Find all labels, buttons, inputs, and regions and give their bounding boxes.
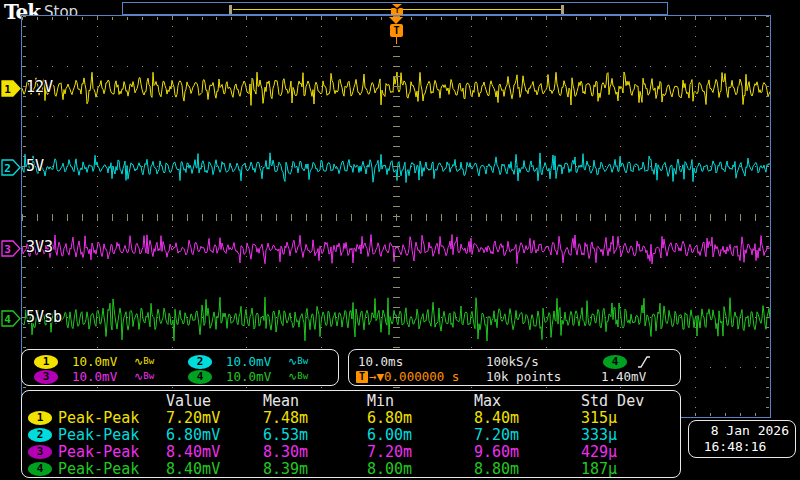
rising-edge-icon (637, 355, 652, 369)
ch3-stddev: 429µ (581, 443, 680, 461)
date-label: 8 Jan 2026 (689, 423, 789, 439)
col-header-max: Max (474, 392, 581, 410)
trigger-t-icon: T (391, 8, 403, 15)
ch4-badge: 4 (28, 462, 52, 476)
table-row-ch2-name: 2Peak-Peak (28, 426, 166, 444)
trigger-level: 1.40mV (601, 369, 646, 384)
bandwidth-limit-icon: Bw (297, 371, 308, 381)
trigger-position-readout[interactable]: T→▼0.000000 s (356, 369, 459, 384)
table-row-ch3-name: 3Peak-Peak (28, 443, 166, 461)
trigger-source[interactable]: 4 (603, 354, 652, 369)
ch4-max: 8.80m (474, 460, 581, 478)
channel-arrow-icon: 3 (1, 240, 21, 257)
ch3-coupling-bw-icons: ∿Bw (134, 370, 154, 383)
ch2-coupling-bw-icons: ∿Bw (288, 355, 308, 368)
ch2-mean: 6.53m (263, 426, 367, 444)
acquisition-preview-bar: T (122, 2, 668, 15)
bandwidth-limit-icon: Bw (143, 371, 154, 381)
ch1-scale: 10.0mV (72, 354, 128, 369)
ch3-readout[interactable]: 3 10.0mV ∿Bw (34, 369, 154, 384)
oscilloscope-screen: Tek Stop T 12V5V3V35Vsb T 1 10.0mV ∿Bw 2… (0, 0, 800, 480)
trigger-arrow-icon (389, 17, 403, 24)
ch3-max: 9.60m (474, 443, 581, 461)
ac-coupling-icon: ∿ (134, 355, 143, 368)
ac-coupling-icon: ∿ (288, 355, 297, 368)
ac-coupling-icon: ∿ (288, 370, 297, 383)
ch4-coupling-bw-icons: ∿Bw (288, 370, 308, 383)
svg-text:1: 1 (4, 82, 11, 95)
window-bracket-left[interactable] (229, 5, 232, 14)
window-bracket-right[interactable] (561, 5, 564, 14)
channel-arrow-icon: 2 (1, 159, 21, 176)
ch1-badge: 1 (28, 411, 52, 425)
col-header-mean: Mean (263, 392, 367, 410)
ch4-readout[interactable]: 4 10.0mV ∿Bw (188, 369, 308, 384)
ch2-signal-label: 5V (26, 157, 44, 175)
trigger-t-icon: T (356, 371, 368, 383)
table-row-ch4-name: 4Peak-Peak (28, 460, 166, 478)
ch2-position-marker[interactable]: 2 (1, 159, 21, 176)
ch1-readout[interactable]: 1 10.0mV ∿Bw (34, 354, 154, 369)
ch3-value: 8.40mV (166, 443, 263, 461)
col-header-min: Min (367, 392, 474, 410)
col-header-value: Value (166, 392, 263, 410)
ch4-value: 8.40mV (166, 460, 263, 478)
ch2-min: 6.00m (367, 426, 474, 444)
ch4-signal-label: 5Vsb (26, 308, 62, 326)
trigger-t-icon: T (390, 24, 403, 37)
ch4-position-marker[interactable]: 4 (1, 310, 21, 327)
ch2-value: 6.80mV (166, 426, 263, 444)
trigger-position-value: 0.000000 s (384, 369, 459, 384)
ch1-badge[interactable]: 1 (34, 355, 58, 369)
svg-text:2: 2 (4, 161, 11, 174)
col-header-stddev: Std Dev (581, 392, 680, 410)
ch2-badge: 2 (28, 428, 52, 442)
ch3-badge[interactable]: 3 (34, 370, 58, 384)
svg-text:3: 3 (4, 243, 11, 256)
horizontal-scale: 10.0ms (358, 354, 403, 369)
time-label: 16:48:16 (689, 439, 789, 455)
ch3-badge: 3 (28, 445, 52, 459)
ch3-signal-label: 3V3 (26, 238, 53, 256)
ch4-stddev: 187µ (581, 460, 680, 478)
svg-text:4: 4 (4, 313, 11, 326)
edge-ticks-right (766, 16, 769, 417)
trigger-source-badge[interactable]: 4 (603, 355, 627, 369)
trigger-position-marker[interactable]: T (389, 17, 403, 44)
sample-rate: 100kS/s (486, 354, 539, 369)
ch1-coupling-bw-icons: ∿Bw (134, 355, 154, 368)
ch1-value: 7.20mV (166, 409, 263, 427)
ch2-max: 7.20m (474, 426, 581, 444)
ch2-badge[interactable]: 2 (188, 355, 212, 369)
ch3-position-marker[interactable]: 3 (1, 240, 21, 257)
ch1-mean: 7.48m (263, 409, 367, 427)
ch2-readout[interactable]: 2 10.0mV ∿Bw (188, 354, 308, 369)
ch3-mean: 8.30m (263, 443, 367, 461)
ch4-min: 8.00m (367, 460, 474, 478)
measurement-table: Value Mean Min Max Std Dev 1Peak-Peak 7.… (21, 390, 681, 478)
datetime-box: 8 Jan 2026 16:48:16 (688, 420, 796, 458)
bandwidth-limit-icon: Bw (143, 356, 154, 366)
trigger-marker-icon: ▼ (377, 369, 385, 384)
ch4-scale: 10.0mV (226, 369, 282, 384)
ch1-min: 6.80m (367, 409, 474, 427)
ch1-position-marker[interactable]: 1 (1, 80, 21, 97)
ch3-min: 7.20m (367, 443, 474, 461)
channel-readout-box[interactable]: 1 10.0mV ∿Bw 2 10.0mV ∿Bw 3 10.0mV ∿Bw 4… (21, 349, 339, 386)
bandwidth-limit-icon: Bw (297, 356, 308, 366)
ch1-signal-label: 12V (26, 78, 53, 96)
ch4-badge[interactable]: 4 (188, 370, 212, 384)
arrow-right-icon: → (369, 369, 377, 384)
ch2-stddev: 333µ (581, 426, 680, 444)
ch1-max: 8.40m (474, 409, 581, 427)
ch1-stddev: 315µ (581, 409, 680, 427)
ch3-scale: 10.0mV (72, 369, 128, 384)
ac-coupling-icon: ∿ (134, 370, 143, 383)
timebase-trigger-box[interactable]: 10.0ms 100kS/s 4 T→▼0.000000 s 10k point… (348, 349, 681, 386)
record-length: 10k points (486, 369, 561, 384)
table-row-ch1-name: 1Peak-Peak (28, 409, 166, 427)
ch4-mean: 8.39m (263, 460, 367, 478)
channel-arrow-icon: 4 (1, 310, 21, 327)
trigger-position-marker-top[interactable]: T (391, 4, 403, 15)
channel-arrow-icon: 1 (1, 80, 21, 97)
